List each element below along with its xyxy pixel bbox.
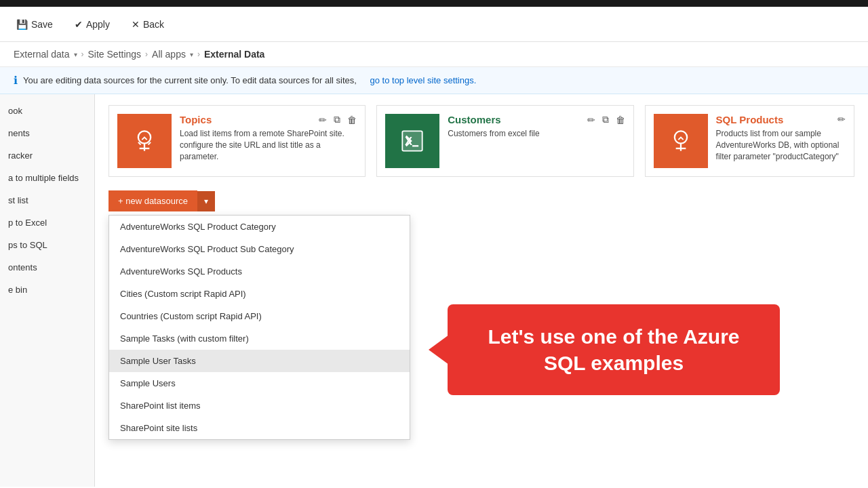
breadcrumb-arrow-1[interactable]: ▾ — [74, 51, 77, 58]
customers-edit-button[interactable]: ✏ — [586, 113, 597, 127]
breadcrumb-sep-3: › — [197, 49, 200, 59]
save-label: Save — [31, 19, 53, 30]
apply-icon: ✔ — [75, 19, 83, 30]
dropdown-item-5[interactable]: Sample Tasks (with custom filter) — [109, 327, 410, 350]
sql-products-card-actions: ✏ — [836, 113, 847, 126]
info-icon: ℹ — [14, 74, 18, 87]
breadcrumb-site-settings[interactable]: Site Settings — [88, 49, 142, 60]
callout-bubble: Let's use one of the Azure SQL examples — [448, 304, 780, 395]
sql-products-card: SQL Products Products list from our samp… — [645, 105, 854, 177]
sidebar-item-4[interactable]: st list — [0, 189, 94, 211]
new-datasource-dropdown-arrow[interactable]: ▾ — [197, 191, 215, 211]
topics-delete-button[interactable]: 🗑 — [346, 113, 358, 127]
sidebar-item-8[interactable]: e bin — [0, 279, 94, 301]
breadcrumb-active: External Data — [204, 49, 264, 60]
left-sidebar: ook nents racker a to multiple fields st… — [0, 94, 95, 487]
sql-products-card-icon — [654, 114, 708, 168]
sidebar-item-7[interactable]: ontents — [0, 256, 94, 279]
breadcrumb-sep-1: › — [81, 49, 84, 59]
sql-products-card-desc: Products list from our sample AdventureW… — [716, 128, 846, 162]
sidebar-item-0[interactable]: ook — [0, 100, 94, 122]
sidebar-item-1[interactable]: nents — [0, 122, 94, 144]
sql-products-card-title: SQL Products — [716, 114, 846, 125]
dropdown-item-3[interactable]: Cities (Custom script Rapid API) — [109, 283, 410, 305]
customers-card: X Customers Customers from excel file ✏ … — [376, 105, 633, 177]
back-button[interactable]: ✕ Back — [126, 16, 170, 33]
callout-arrow — [429, 335, 449, 365]
customers-delete-button[interactable]: 🗑 — [614, 113, 627, 127]
dropdown-item-9[interactable]: SharePoint site lists — [109, 417, 410, 439]
dropdown-item-1[interactable]: AdventureWorks SQL Product Sub Category — [109, 238, 410, 260]
sidebar-item-2[interactable]: racker — [0, 144, 94, 167]
sql-products-card-body: SQL Products Products list from our samp… — [716, 114, 846, 162]
back-icon: ✕ — [132, 19, 140, 30]
breadcrumb: External data ▾ › Site Settings › All ap… — [0, 42, 868, 67]
dropdown-item-2[interactable]: AdventureWorks SQL Products — [109, 260, 410, 283]
topics-card-desc: Load list items from a remote SharePoint… — [180, 128, 357, 162]
breadcrumb-all-apps[interactable]: All apps — [152, 49, 186, 60]
new-datasource-button[interactable]: + new datasource — [108, 190, 197, 211]
dropdown-item-6[interactable]: Sample User Tasks — [109, 350, 410, 372]
main-layout: ook nents racker a to multiple fields st… — [0, 94, 868, 487]
topics-card-actions: ✏ ⧉ 🗑 — [317, 113, 358, 127]
callout-text: Let's use one of the Azure SQL examples — [472, 323, 755, 376]
back-label: Back — [143, 19, 164, 30]
sql-products-edit-button[interactable]: ✏ — [836, 113, 847, 126]
topics-copy-button[interactable]: ⧉ — [332, 113, 342, 127]
dropdown-item-4[interactable]: Countries (Custom script Rapid API) — [109, 305, 410, 327]
dropdown-item-8[interactable]: SharePoint list items — [109, 394, 410, 417]
sidebar-item-6[interactable]: ps to SQL — [0, 234, 94, 256]
breadcrumb-sep-2: › — [145, 49, 148, 59]
apply-label: Apply — [86, 19, 110, 30]
dropdown-item-7[interactable]: Sample Users — [109, 372, 410, 394]
breadcrumb-arrow-2[interactable]: ▾ — [190, 51, 193, 58]
customers-card-icon: X — [385, 114, 439, 168]
datasource-dropdown: AdventureWorks SQL Product Category Adve… — [108, 215, 410, 440]
save-button[interactable]: 💾 Save — [11, 16, 58, 33]
topics-card: Topics Load list items from a remote Sha… — [108, 105, 366, 177]
customers-copy-button[interactable]: ⧉ — [601, 113, 610, 127]
new-datasource-wrap: + new datasource ▾ AdventureWorks SQL Pr… — [108, 190, 854, 211]
apply-button[interactable]: ✔ Apply — [69, 16, 115, 33]
top-bar — [0, 0, 868, 7]
sidebar-item-3[interactable]: a to multiple fields — [0, 167, 94, 189]
info-banner: ℹ You are editing data sources for the c… — [0, 67, 868, 94]
customers-card-desc: Customers from excel file — [448, 128, 625, 140]
save-icon: 💾 — [16, 19, 28, 30]
topics-edit-button[interactable]: ✏ — [317, 113, 328, 127]
toolbar: 💾 Save ✔ Apply ✕ Back — [0, 7, 868, 42]
svg-text:X: X — [405, 135, 412, 147]
topics-card-icon — [117, 114, 172, 168]
sidebar-item-5[interactable]: p to Excel — [0, 211, 94, 234]
datasource-cards: Topics Load list items from a remote Sha… — [108, 105, 854, 177]
info-text: You are editing data sources for the cur… — [23, 75, 357, 85]
main-content: Topics Load list items from a remote Sha… — [95, 94, 868, 487]
breadcrumb-external-data[interactable]: External data — [14, 49, 70, 60]
info-link[interactable]: go to top level site settings. — [370, 75, 477, 85]
customers-card-actions: ✏ ⧉ 🗑 — [586, 113, 627, 127]
dropdown-item-0[interactable]: AdventureWorks SQL Product Category — [109, 216, 410, 238]
